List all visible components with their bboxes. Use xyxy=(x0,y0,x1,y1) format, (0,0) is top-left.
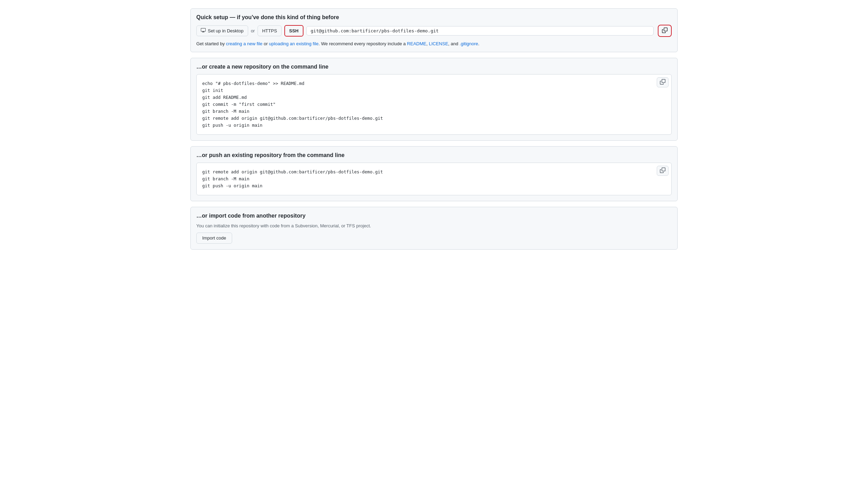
ssh-url-input[interactable] xyxy=(306,26,654,36)
setup-desktop-button[interactable]: Set up in Desktop xyxy=(196,25,248,37)
quick-setup-title: Quick setup — if you've done this kind o… xyxy=(196,14,672,21)
setup-desktop-label: Set up in Desktop xyxy=(208,28,244,34)
desc-and: , and xyxy=(448,41,460,46)
copy-url-button[interactable] xyxy=(658,25,672,37)
license-link[interactable]: LICENSE xyxy=(429,41,448,46)
import-code-label: Import code xyxy=(202,235,226,242)
ssh-label: SSH xyxy=(289,28,299,34)
push-existing-code: git remote add origin git@github.com:bar… xyxy=(202,169,666,189)
push-existing-title: …or push an existing repository from the… xyxy=(196,152,672,158)
readme-link[interactable]: README xyxy=(407,41,426,46)
push-existing-section: …or push an existing repository from the… xyxy=(190,146,678,201)
https-button[interactable]: HTTPS xyxy=(258,25,282,37)
copy-push-existing-icon xyxy=(660,167,665,174)
create-new-file-link[interactable]: creating a new file xyxy=(226,41,262,46)
import-description: You can initialize this repository with … xyxy=(196,223,672,228)
copy-url-icon xyxy=(662,28,668,34)
https-label: HTTPS xyxy=(262,28,277,34)
import-code-button[interactable]: Import code xyxy=(196,233,232,244)
quick-setup-toolbar: Set up in Desktop or HTTPS SSH xyxy=(196,25,672,37)
command-line-section: …or create a new repository on the comma… xyxy=(190,58,678,141)
quick-setup-section: Quick setup — if you've done this kind o… xyxy=(190,8,678,52)
gitignore-link[interactable]: .gitignore xyxy=(459,41,478,46)
push-existing-code-wrapper: git remote add origin git@github.com:bar… xyxy=(196,163,672,195)
import-section: …or import code from another repository … xyxy=(190,207,678,250)
copy-push-existing-button[interactable] xyxy=(657,166,669,176)
setup-description: Get started by creating a new file or up… xyxy=(196,41,672,46)
command-line-title: …or create a new repository on the comma… xyxy=(196,64,672,70)
desc-post: . We recommend every repository include … xyxy=(318,41,407,46)
copy-command-line-icon xyxy=(660,79,665,86)
desc-pre: Get started by xyxy=(196,41,226,46)
ssh-button[interactable]: SSH xyxy=(284,25,303,37)
desc-comma: , xyxy=(426,41,428,46)
desc-mid: or xyxy=(262,41,269,46)
command-line-code: echo "# pbs-dotfiles-demo" >> README.md … xyxy=(202,80,666,129)
copy-command-line-button[interactable] xyxy=(657,77,669,87)
upload-file-link[interactable]: uploading an existing file xyxy=(269,41,318,46)
import-title: …or import code from another repository xyxy=(196,213,672,219)
or-separator: or xyxy=(251,28,255,33)
page-container: Quick setup — if you've done this kind o… xyxy=(190,8,678,250)
command-line-code-wrapper: echo "# pbs-dotfiles-demo" >> README.md … xyxy=(196,74,672,135)
desc-end: . xyxy=(478,41,480,46)
desktop-icon xyxy=(201,28,206,34)
url-bar-container xyxy=(306,26,654,36)
